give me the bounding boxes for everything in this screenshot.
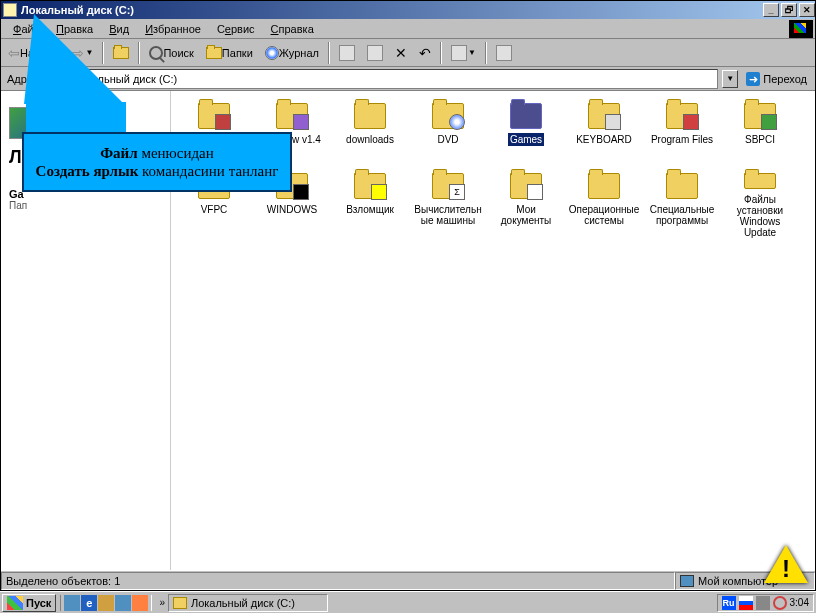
copyto-icon bbox=[367, 45, 383, 61]
menu-favorites[interactable]: Избранное bbox=[137, 21, 209, 37]
tray-language-icon[interactable]: Ru bbox=[722, 596, 736, 610]
tray-app-icon[interactable] bbox=[756, 596, 770, 610]
computer-icon bbox=[680, 575, 694, 587]
ql-overflow[interactable]: » bbox=[156, 597, 168, 608]
folder-icon bbox=[198, 103, 230, 129]
folder-icon bbox=[744, 173, 776, 189]
folder-icon bbox=[588, 103, 620, 129]
file-item[interactable]: Файлы установки Windows Update bbox=[721, 169, 799, 239]
file-label: Взломщик bbox=[344, 203, 396, 216]
search-button[interactable]: Поиск bbox=[144, 42, 198, 64]
minimize-button[interactable]: _ bbox=[763, 3, 779, 17]
file-label: Мои документы bbox=[488, 203, 564, 227]
folder-icon bbox=[432, 173, 464, 199]
file-label: WINDOWS bbox=[265, 203, 320, 216]
taskbar: Пуск e » Локальный диск (C:) Ru 3:04 bbox=[0, 591, 816, 613]
statusbar: Выделено объектов: 1 Мой компьютер bbox=[1, 570, 815, 590]
file-item[interactable]: Вычислительные машины bbox=[409, 169, 487, 239]
file-item[interactable]: KEYBOARD bbox=[565, 99, 643, 169]
quicklaunch: e bbox=[60, 595, 152, 611]
system-tray: Ru 3:04 bbox=[717, 594, 814, 612]
menu-tools[interactable]: Сервис bbox=[209, 21, 263, 37]
file-label: Program Files bbox=[649, 133, 715, 146]
sidebar-selection-type: Пап bbox=[9, 200, 162, 211]
views-button[interactable]: ▼ bbox=[446, 42, 481, 64]
folder-icon bbox=[354, 103, 386, 129]
warning-icon bbox=[764, 545, 808, 583]
file-label: Вычислительные машины bbox=[410, 203, 486, 227]
ql-ie[interactable]: e bbox=[81, 595, 97, 611]
file-label: KEYBOARD bbox=[574, 133, 634, 146]
status-selection: Выделено объектов: 1 bbox=[1, 572, 675, 590]
go-button[interactable]: ➜ Переход bbox=[742, 72, 811, 86]
close-button[interactable]: ✕ bbox=[799, 3, 815, 17]
file-label: DVD bbox=[435, 133, 460, 146]
file-label: Операционные системы bbox=[566, 203, 642, 227]
folder-icon bbox=[276, 103, 308, 129]
file-label: downloads bbox=[344, 133, 396, 146]
folder-icon bbox=[510, 173, 542, 199]
folders-icon bbox=[206, 47, 222, 59]
extra-button[interactable] bbox=[491, 42, 517, 64]
file-item[interactable]: DVD bbox=[409, 99, 487, 169]
file-item[interactable]: Program Files bbox=[643, 99, 721, 169]
folder-icon bbox=[588, 173, 620, 199]
file-item[interactable]: Операционные системы bbox=[565, 169, 643, 239]
file-label: SBPCI bbox=[743, 133, 777, 146]
delete-button[interactable]: ✕ bbox=[390, 42, 412, 64]
menu-help[interactable]: Справка bbox=[263, 21, 322, 37]
address-dropdown-button[interactable]: ▼ bbox=[722, 70, 738, 88]
file-item[interactable]: SBPCI bbox=[721, 99, 799, 169]
address-input[interactable]: альный диск (C:) bbox=[45, 69, 719, 89]
windows-emblem-icon bbox=[789, 20, 813, 38]
undo-button[interactable]: ↶ bbox=[414, 42, 436, 64]
ql-show-desktop[interactable] bbox=[64, 595, 80, 611]
file-label: Games bbox=[508, 133, 544, 146]
tray-clock[interactable]: 3:04 bbox=[790, 597, 809, 608]
file-item[interactable]: downloads bbox=[331, 99, 409, 169]
history-icon bbox=[265, 46, 279, 60]
search-icon bbox=[149, 46, 163, 60]
tray-flag-icon[interactable] bbox=[739, 596, 753, 610]
copyto-button[interactable] bbox=[362, 42, 388, 64]
task-folder-icon bbox=[173, 597, 187, 609]
folder-icon bbox=[510, 103, 542, 129]
callout-box: Файл менюсидан Создать ярлык командасини… bbox=[22, 132, 292, 192]
ql-outlook[interactable] bbox=[98, 595, 114, 611]
file-item[interactable]: Games bbox=[487, 99, 565, 169]
window-icon bbox=[3, 3, 17, 17]
file-label: Специальные программы bbox=[644, 203, 720, 227]
extra-icon bbox=[496, 45, 512, 61]
ql-app2[interactable] bbox=[132, 595, 148, 611]
folders-button[interactable]: Папки bbox=[201, 42, 258, 64]
folder-icon bbox=[666, 173, 698, 199]
moveto-button[interactable] bbox=[334, 42, 360, 64]
file-item[interactable]: Мои документы bbox=[487, 169, 565, 239]
history-button[interactable]: Журнал bbox=[260, 42, 324, 64]
taskbar-task-explorer[interactable]: Локальный диск (C:) bbox=[168, 594, 328, 612]
views-icon bbox=[451, 45, 467, 61]
warning-badge bbox=[764, 545, 810, 587]
folder-icon bbox=[432, 103, 464, 129]
file-label: VFPC bbox=[199, 203, 230, 216]
start-button[interactable]: Пуск bbox=[2, 594, 56, 612]
folder-icon bbox=[666, 103, 698, 129]
folder-icon bbox=[354, 173, 386, 199]
maximize-button[interactable]: 🗗 bbox=[781, 3, 797, 17]
file-item[interactable]: Взломщик bbox=[331, 169, 409, 239]
go-arrow-icon: ➜ bbox=[746, 72, 760, 86]
windows-flag-icon bbox=[7, 596, 23, 610]
folder-icon bbox=[744, 103, 776, 129]
file-item[interactable]: Специальные программы bbox=[643, 169, 721, 239]
tray-status-icon[interactable] bbox=[773, 596, 787, 610]
file-label: Файлы установки Windows Update bbox=[722, 193, 798, 239]
ql-app1[interactable] bbox=[115, 595, 131, 611]
moveto-icon bbox=[339, 45, 355, 61]
